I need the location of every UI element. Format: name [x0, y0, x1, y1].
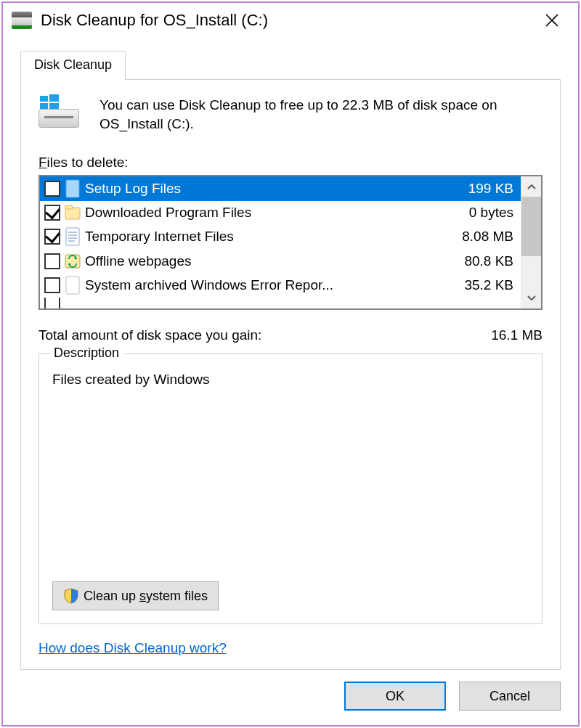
list-item[interactable]: System archived Windows Error Repor...35…	[40, 273, 521, 297]
item-name: Setup Log Files	[85, 181, 436, 197]
tab-panel: You can use Disk Cleanup to free up to 2…	[20, 79, 561, 670]
folder-icon	[65, 203, 81, 222]
list-item[interactable]: Temporary Internet Files8.08 MB	[40, 225, 521, 249]
intro-row: You can use Disk Cleanup to free up to 2…	[38, 96, 543, 133]
checkbox[interactable]	[44, 298, 60, 309]
item-name: Downloaded Program Files	[85, 205, 436, 221]
page-lines-icon	[65, 227, 81, 246]
item-size: 0 bytes	[436, 205, 516, 221]
svg-rect-2	[40, 103, 48, 109]
item-size: 35.2 KB	[436, 277, 516, 293]
description-group: Description Files created by Windows Cle…	[38, 353, 543, 624]
svg-rect-7	[66, 228, 79, 245]
svg-rect-6	[65, 205, 73, 209]
scroll-down-button[interactable]	[521, 288, 541, 308]
close-button[interactable]	[535, 9, 569, 32]
list-item[interactable]	[40, 298, 521, 309]
svg-rect-1	[49, 94, 59, 102]
files-list-inner: Setup Log Files199 KBDownloaded Program …	[40, 176, 521, 308]
scrollbar[interactable]	[521, 176, 541, 308]
dialog-button-bar: OK Cancel	[3, 670, 578, 725]
clean-up-system-files-button[interactable]: Clean up system files	[52, 581, 219, 610]
scroll-track[interactable]	[521, 197, 541, 288]
close-icon	[545, 14, 558, 27]
item-size: 199 KB	[436, 181, 516, 197]
item-name: Temporary Internet Files	[85, 229, 436, 245]
ok-button[interactable]: OK	[344, 682, 446, 711]
item-size: 8.08 MB	[436, 229, 516, 245]
list-item[interactable]: Offline webpages80.8 KB	[40, 249, 521, 273]
svg-rect-0	[40, 96, 48, 102]
checkbox[interactable]	[44, 205, 60, 221]
svg-rect-13	[66, 277, 79, 294]
drive-icon	[38, 96, 79, 132]
item-name: System archived Windows Error Repor...	[85, 277, 436, 293]
intro-text: You can use Disk Cleanup to free up to 2…	[99, 96, 543, 133]
chevron-down-icon	[527, 295, 536, 301]
files-to-delete-label: Files to delete:	[38, 155, 543, 171]
total-label: Total amount of disk space you gain:	[38, 327, 261, 343]
tab-header: Disk Cleanup	[20, 51, 561, 79]
help-link[interactable]: How does Disk Cleanup work?	[38, 640, 227, 656]
checkbox[interactable]	[44, 181, 60, 197]
total-row: Total amount of disk space you gain: 16.…	[38, 327, 543, 343]
svg-rect-4	[66, 180, 79, 197]
item-name: Offline webpages	[85, 253, 436, 269]
windows-logo-icon	[40, 94, 59, 110]
files-listbox[interactable]: Setup Log Files199 KBDownloaded Program …	[38, 175, 543, 310]
scroll-thumb[interactable]	[521, 197, 541, 256]
list-item[interactable]: Setup Log Files199 KB	[40, 176, 521, 200]
tab-disk-cleanup[interactable]: Disk Cleanup	[20, 51, 126, 80]
checkbox[interactable]	[44, 253, 60, 269]
description-title: Description	[49, 345, 123, 361]
cancel-button[interactable]: Cancel	[459, 682, 561, 711]
checkbox[interactable]	[44, 229, 60, 245]
sysbtn-text: Clean up system files	[84, 589, 208, 604]
offline-icon	[65, 252, 81, 271]
window-title: Disk Cleanup for OS_Install (C:)	[41, 11, 535, 30]
svg-rect-12	[65, 255, 80, 268]
description-text: Files created by Windows	[52, 372, 529, 581]
uac-shield-icon	[63, 588, 79, 604]
content-area: Disk Cleanup You can use Disk Cleanup to…	[3, 38, 578, 670]
disk-cleanup-app-icon	[12, 12, 32, 29]
item-size: 80.8 KB	[436, 253, 516, 269]
total-value: 16.1 MB	[491, 327, 543, 343]
disk-cleanup-window: Disk Cleanup for OS_Install (C:) Disk Cl…	[1, 1, 580, 727]
list-item[interactable]: Downloaded Program Files0 bytes	[40, 201, 521, 225]
page-blue-icon	[65, 179, 81, 198]
title-bar: Disk Cleanup for OS_Install (C:)	[3, 3, 578, 38]
chevron-up-icon	[527, 184, 536, 189]
page-white-icon	[65, 276, 81, 295]
checkbox[interactable]	[44, 277, 60, 293]
scroll-up-button[interactable]	[521, 176, 541, 197]
